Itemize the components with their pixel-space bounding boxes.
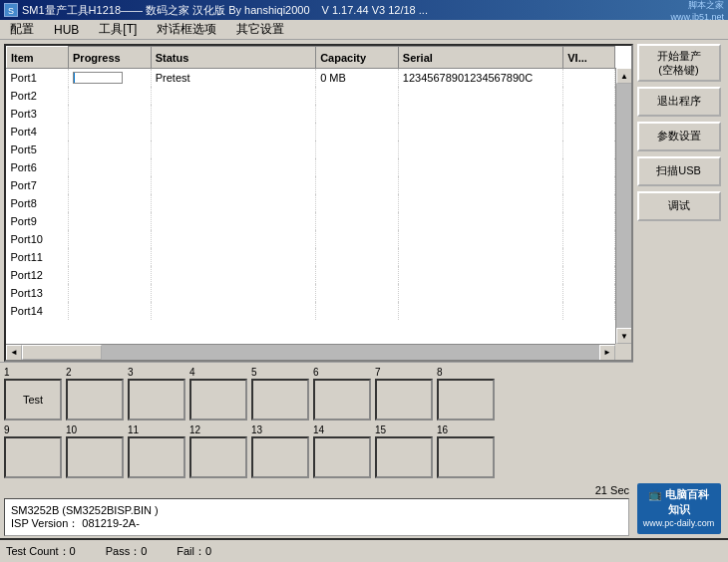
port-cell: 11	[128, 424, 185, 478]
exit-button[interactable]: 退出程序	[637, 87, 721, 117]
cell-capacity	[316, 87, 399, 105]
cell-item: Port9	[7, 212, 69, 230]
left-section: Item Progress Status Capacity Serial VI.…	[0, 40, 633, 538]
app-icon: S	[4, 3, 18, 17]
app-window: S SM1量产工具H1218—— 数码之家 汉化版 By hanshiqi200…	[0, 0, 728, 562]
port-box-1[interactable]: Test	[4, 379, 62, 421]
table-row[interactable]: Port11	[7, 248, 615, 266]
cell-item: Port14	[7, 302, 69, 320]
info-line2: ISP Version： 081219-2A-	[11, 516, 622, 531]
cell-vid	[563, 176, 615, 194]
cell-progress	[69, 284, 152, 302]
table-row[interactable]: Port8	[7, 194, 615, 212]
timer-info-area: 21 Sec	[0, 484, 633, 496]
port-box-16[interactable]	[437, 436, 495, 478]
port-number: 8	[437, 367, 443, 378]
port-box-10[interactable]	[66, 436, 124, 478]
menu-other[interactable]: 其它设置	[230, 20, 290, 39]
port-row-1: 1Test2345678	[4, 367, 629, 421]
port-box-5[interactable]	[251, 379, 309, 421]
table-row[interactable]: Port4	[7, 123, 615, 140]
port-number: 11	[128, 424, 139, 435]
col-vid[interactable]: VI...	[563, 47, 615, 69]
scroll-up-btn[interactable]: ▲	[616, 68, 632, 84]
timer-display: 21 Sec	[595, 484, 629, 496]
port-box-7[interactable]	[375, 379, 433, 421]
status-bar: Test Count：0 Pass：0 Fail：0	[0, 538, 728, 562]
scroll-right-btn[interactable]: ►	[599, 345, 615, 361]
cell-capacity	[316, 266, 399, 284]
scan-usb-button[interactable]: 扫描USB	[637, 156, 721, 186]
scroll-down-btn[interactable]: ▼	[616, 328, 632, 344]
port-box-8[interactable]	[437, 379, 495, 421]
col-status[interactable]: Status	[151, 47, 315, 69]
debug-button[interactable]: 调试	[637, 191, 721, 221]
port-number: 14	[313, 424, 324, 435]
port-box-11[interactable]	[128, 436, 185, 478]
scrollbar-vertical[interactable]: ▲ ▼	[615, 68, 631, 344]
port-cell: 7	[375, 367, 433, 421]
scroll-track-v	[616, 84, 631, 328]
table-row[interactable]: Port6	[7, 158, 615, 176]
table-row[interactable]: Port14	[7, 302, 615, 320]
cell-serial	[398, 123, 562, 140]
cell-item: Port13	[7, 284, 69, 302]
col-serial[interactable]: Serial	[398, 47, 562, 69]
params-button[interactable]: 参数设置	[637, 122, 721, 151]
cell-status	[151, 248, 315, 266]
cell-item: Port1	[7, 69, 69, 87]
scrollbar-horizontal[interactable]: ◄ ►	[6, 344, 615, 360]
port-cell: 8	[437, 367, 495, 421]
cell-capacity	[316, 248, 399, 266]
port-cell: 15	[375, 424, 433, 478]
cell-progress	[69, 69, 152, 87]
port-box-13[interactable]	[251, 436, 309, 478]
cell-vid	[563, 266, 615, 284]
cell-progress	[69, 140, 152, 158]
table-row[interactable]: Port9	[7, 212, 615, 230]
port-box-14[interactable]	[313, 436, 371, 478]
fail-count: Fail：0	[177, 544, 211, 559]
table-row[interactable]: Port13	[7, 284, 615, 302]
port-box-4[interactable]	[189, 379, 247, 421]
port-box-6[interactable]	[313, 379, 371, 421]
port-box-15[interactable]	[375, 436, 433, 478]
menu-tools[interactable]: 工具[T]	[93, 20, 143, 39]
cell-item: Port6	[7, 158, 69, 176]
menu-dialog[interactable]: 对话框选项	[151, 20, 222, 39]
table-row[interactable]: Port10	[7, 230, 615, 248]
cell-capacity: 0 MB	[316, 69, 399, 87]
menu-hub[interactable]: HUB	[48, 22, 85, 38]
cell-serial	[398, 248, 562, 266]
cell-capacity	[316, 284, 399, 302]
col-capacity[interactable]: Capacity	[316, 47, 399, 69]
port-box-3[interactable]	[128, 379, 185, 421]
right-panel: 开始量产 (空格键) 退出程序 参数设置 扫描USB 调试 📺 电脑百科知识 w…	[633, 40, 728, 538]
cell-status	[151, 158, 315, 176]
middle-section: Item Progress Status Capacity Serial VI.…	[0, 40, 728, 538]
menu-config[interactable]: 配置	[4, 20, 40, 39]
cell-progress	[69, 302, 152, 320]
port-box-12[interactable]	[189, 436, 247, 478]
port-box-9[interactable]	[4, 436, 62, 478]
table-row[interactable]: Port2	[7, 87, 615, 105]
table-row[interactable]: Port12	[7, 266, 615, 284]
col-item[interactable]: Item	[7, 47, 69, 69]
start-button[interactable]: 开始量产 (空格键)	[637, 44, 721, 82]
port-number: 13	[251, 424, 262, 435]
table-row[interactable]: Port3	[7, 105, 615, 123]
port-row-2: 910111213141516	[4, 424, 629, 478]
scroll-left-btn[interactable]: ◄	[6, 345, 22, 361]
info-bar: SM3252B (SM3252BISP.BIN ) ISP Version： 0…	[4, 498, 629, 536]
port-cell: 6	[313, 367, 371, 421]
cell-capacity	[316, 176, 399, 194]
table-row[interactable]: Port7	[7, 176, 615, 194]
cell-progress	[69, 87, 152, 105]
cell-serial	[398, 302, 562, 320]
table-row[interactable]: Port1Pretest0 MB12345678901234567890C	[7, 69, 615, 87]
scroll-h-thumb[interactable]	[22, 345, 102, 360]
table-row[interactable]: Port5	[7, 140, 615, 158]
cell-progress	[69, 158, 152, 176]
col-progress[interactable]: Progress	[69, 47, 152, 69]
port-box-2[interactable]	[66, 379, 124, 421]
